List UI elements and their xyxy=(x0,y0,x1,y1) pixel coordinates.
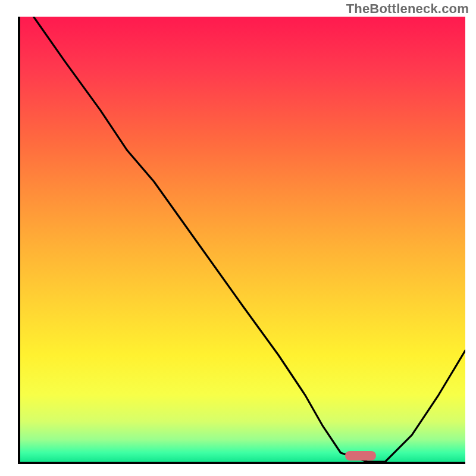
curve-path xyxy=(33,17,465,462)
watermark-text: TheBottleneck.com xyxy=(346,1,469,17)
optimal-range-marker xyxy=(345,451,376,461)
chart-container: TheBottleneck.com xyxy=(0,0,476,476)
plot-area xyxy=(18,17,465,464)
bottleneck-curve xyxy=(20,17,465,462)
